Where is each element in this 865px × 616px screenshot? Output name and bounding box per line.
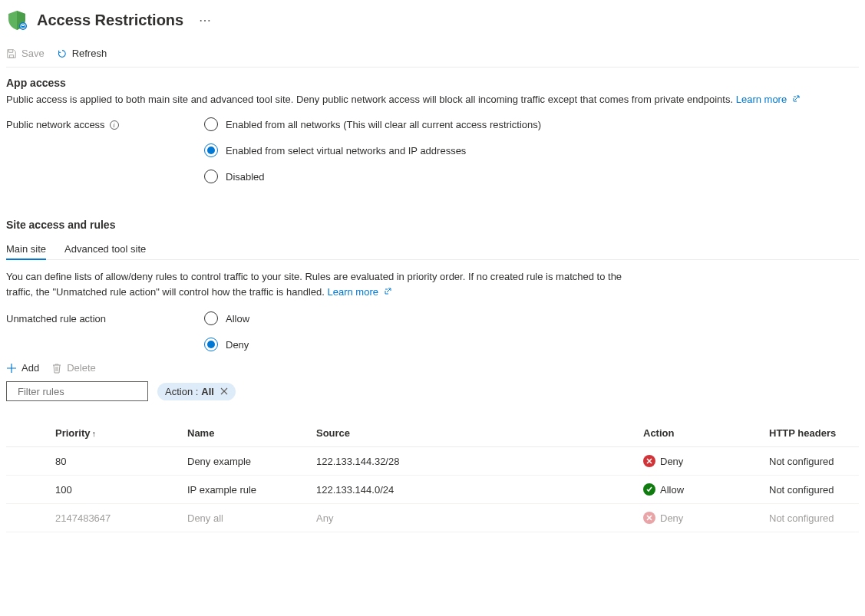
cell-name: Deny example: [181, 447, 310, 476]
svg-rect-2: [21, 26, 25, 28]
app-access-title: App access: [6, 77, 859, 89]
save-button[interactable]: Save: [6, 48, 45, 59]
app-access-desc: Public access is applied to both main si…: [6, 94, 859, 105]
radio-circle-icon: [204, 170, 218, 183]
plus-icon: [6, 363, 17, 374]
filter-row: Action : All: [6, 381, 859, 401]
info-icon[interactable]: i: [110, 120, 119, 130]
filter-action-pill[interactable]: Action : All: [157, 383, 236, 400]
close-icon[interactable]: [220, 386, 228, 397]
radio-enabled-select[interactable]: Enabled from select virtual networks and…: [204, 143, 541, 157]
page-title: Access Restrictions: [37, 12, 183, 29]
radio-allow[interactable]: Allow: [204, 311, 249, 325]
radio-circle-icon: [204, 143, 218, 157]
site-access-section: Site access and rules Main site Advanced…: [6, 219, 859, 532]
radio-deny[interactable]: Deny: [204, 338, 249, 351]
tab-main-site[interactable]: Main site: [6, 239, 46, 259]
cell-priority: 2147483647: [6, 504, 181, 532]
cell-action: Deny: [637, 504, 763, 532]
add-rule-button[interactable]: Add: [6, 362, 39, 374]
table-row[interactable]: 100IP example rule122.133.144.0/24AllowN…: [6, 476, 859, 504]
radio-circle-icon: [204, 338, 218, 351]
deny-icon: [643, 512, 655, 524]
more-menu-button[interactable]: ⋯: [193, 13, 217, 28]
delete-rule-button[interactable]: Delete: [51, 362, 96, 374]
trash-icon: [51, 363, 62, 374]
refresh-label: Refresh: [72, 48, 107, 59]
rules-table: Priority↑ Name Source Action HTTP header…: [6, 420, 859, 532]
rules-action-bar: Add Delete: [6, 354, 859, 381]
cell-http-headers: Not configured: [763, 447, 859, 476]
cell-action: Allow: [637, 476, 763, 504]
external-link-icon: [792, 95, 800, 103]
cell-action: Deny: [637, 447, 763, 476]
cell-priority: 80: [6, 447, 181, 476]
cell-http-headers: Not configured: [763, 504, 859, 532]
col-action-header[interactable]: Action: [637, 420, 763, 447]
deny-icon: [643, 455, 655, 467]
radio-disabled[interactable]: Disabled: [204, 170, 541, 183]
filter-rules-input[interactable]: [18, 386, 147, 397]
refresh-button[interactable]: Refresh: [57, 48, 107, 59]
table-header-row: Priority↑ Name Source Action HTTP header…: [6, 420, 859, 447]
learn-more-link[interactable]: Learn more: [736, 94, 800, 105]
sort-asc-icon: ↑: [92, 429, 97, 438]
cell-priority: 100: [6, 476, 181, 504]
site-tabs: Main site Advanced tool site: [6, 239, 859, 260]
filter-rules-input-wrapper[interactable]: [6, 381, 148, 401]
public-network-access-row: Public network access i Enabled from all…: [6, 117, 859, 183]
save-label: Save: [21, 48, 45, 59]
table-row[interactable]: 80Deny example122.133.144.32/28DenyNot c…: [6, 447, 859, 476]
radio-enabled-all[interactable]: Enabled from all networks (This will cle…: [204, 117, 541, 131]
table-row[interactable]: 2147483647Deny allAnyDenyNot configured: [6, 504, 859, 532]
page-header: Access Restrictions ⋯: [6, 6, 859, 40]
site-access-title: Site access and rules: [6, 219, 859, 231]
col-name-header[interactable]: Name: [181, 420, 310, 447]
cell-name: Deny all: [181, 504, 310, 532]
radio-circle-icon: [204, 311, 218, 325]
radio-circle-icon: [204, 117, 218, 131]
cell-http-headers: Not configured: [763, 476, 859, 504]
shield-icon: [6, 9, 28, 31]
col-source-header[interactable]: Source: [310, 420, 637, 447]
tab-advanced-tool-site[interactable]: Advanced tool site: [64, 239, 146, 259]
cell-name: IP example rule: [181, 476, 310, 504]
site-access-desc: You can define lists of allow/deny rules…: [6, 269, 636, 299]
allow-icon: [643, 483, 655, 496]
public-network-access-radio-group: Enabled from all networks (This will cle…: [204, 117, 541, 183]
cell-source: 122.133.144.0/24: [310, 476, 637, 504]
app-access-section: App access Public access is applied to b…: [6, 77, 859, 183]
col-http-headers-header[interactable]: HTTP headers: [763, 420, 859, 447]
unmatched-rule-action-label: Unmatched rule action: [6, 311, 204, 324]
cell-source: Any: [310, 504, 637, 532]
external-link-icon: [384, 288, 391, 295]
save-icon: [6, 48, 17, 59]
cell-source: 122.133.144.32/28: [310, 447, 637, 476]
learn-more-link[interactable]: Learn more: [327, 286, 391, 298]
unmatched-rule-radio-group: Allow Deny: [204, 311, 249, 351]
col-priority-header[interactable]: Priority↑: [6, 420, 181, 447]
unmatched-rule-action-row: Unmatched rule action Allow Deny: [6, 311, 859, 351]
public-network-access-label: Public network access i: [6, 117, 204, 130]
toolbar: Save Refresh: [6, 40, 859, 68]
refresh-icon: [57, 48, 68, 59]
